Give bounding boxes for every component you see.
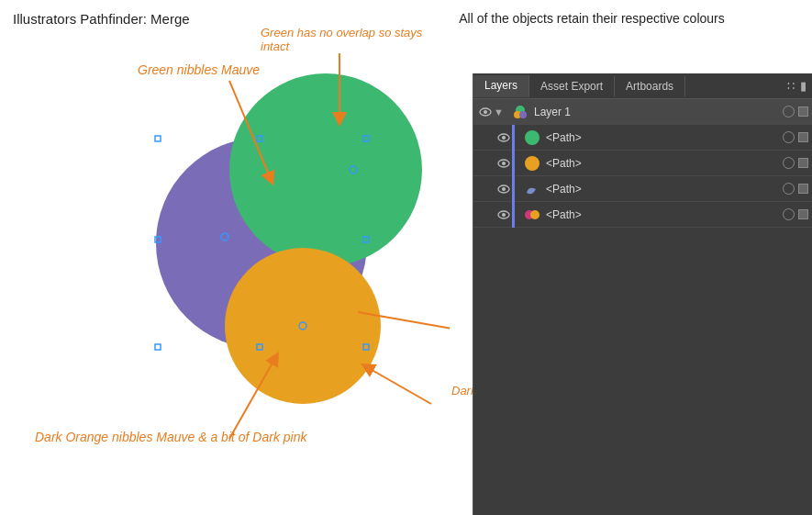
layer1-circle-btn[interactable] <box>783 106 795 118</box>
layer-group-row: ▼ Layer 1 <box>473 99 812 125</box>
svg-point-17 <box>484 110 487 114</box>
path3-square-btn[interactable] <box>798 184 808 194</box>
path1-name: <Path> <box>546 131 783 144</box>
svg-point-32 <box>530 210 539 219</box>
layers-panel: Layers Asset Export Artboards ∷ ▮ ▼ Laye… <box>473 73 812 515</box>
svg-point-25 <box>502 162 506 165</box>
tab-layers[interactable]: Layers <box>473 75 529 97</box>
path4-circle-btn[interactable] <box>783 208 795 220</box>
layer1-expand-icon[interactable]: ▼ <box>494 106 506 118</box>
path2-row: <Path> <box>473 151 812 176</box>
path2-actions <box>783 157 808 169</box>
path3-thumb <box>523 180 541 198</box>
tab-artboards[interactable]: Artboards <box>615 76 685 96</box>
panel-collapse-icon[interactable]: ▮ <box>800 79 806 93</box>
path3-name: <Path> <box>546 183 783 196</box>
subtitle: All of the objects retain their respecti… <box>385 11 798 26</box>
path2-square-btn[interactable] <box>798 158 808 168</box>
path3-indent <box>512 176 515 202</box>
path4-indent <box>512 202 515 228</box>
path1-circle-btn[interactable] <box>783 131 795 143</box>
canvas-area: Illustrators Pathfinder: Merge Green has… <box>0 0 450 515</box>
layer1-visibility-toggle[interactable] <box>477 104 494 120</box>
path1-visibility-toggle[interactable] <box>495 129 512 146</box>
svg-point-23 <box>525 130 539 145</box>
green-circle <box>229 73 422 266</box>
path4-row: <Path> <box>473 202 812 228</box>
path4-name: <Path> <box>546 208 783 221</box>
tab-asset-export[interactable]: Asset Export <box>529 76 615 96</box>
layer1-actions <box>783 106 808 118</box>
panel-tabs: Layers Asset Export Artboards ∷ ▮ <box>473 73 812 99</box>
path4-visibility-toggle[interactable] <box>495 207 512 223</box>
path4-actions <box>783 208 808 220</box>
svg-line-15 <box>367 367 431 404</box>
path4-square-btn[interactable] <box>798 209 808 219</box>
path1-thumb <box>523 129 541 147</box>
page-title: Illustrators Pathfinder: Merge <box>13 11 190 27</box>
layer1-name: Layer 1 <box>534 106 783 118</box>
panel-menu-icon[interactable]: ∷ <box>787 79 795 93</box>
path3-visibility-toggle[interactable] <box>495 181 512 197</box>
path1-square-btn[interactable] <box>798 132 808 142</box>
path2-circle-btn[interactable] <box>783 157 795 169</box>
path2-indent <box>512 151 515 176</box>
path2-visibility-toggle[interactable] <box>495 155 512 172</box>
path2-name: <Path> <box>546 157 783 170</box>
svg-point-22 <box>502 136 506 140</box>
label-dark-orange-nibbles: Dark Orange nibbles Mauve & a bit of Dar… <box>35 430 306 444</box>
svg-point-20 <box>519 111 527 118</box>
path1-actions <box>783 131 808 143</box>
label-green-nibbles: Green nibbles Mauve <box>138 62 260 77</box>
label-green-no-overlap: Green has no overlap so stays intact <box>261 26 450 53</box>
svg-rect-2 <box>155 344 161 350</box>
path3-row: <Path> <box>473 176 812 202</box>
path3-actions <box>783 183 808 195</box>
orange-circle <box>225 248 381 404</box>
layer1-square-btn[interactable] <box>798 106 808 117</box>
path1-indent <box>512 125 515 151</box>
svg-point-30 <box>502 213 506 217</box>
svg-point-26 <box>525 156 539 171</box>
svg-point-28 <box>502 187 506 191</box>
path1-row: <Path> <box>473 125 812 151</box>
layer1-thumb <box>511 103 529 121</box>
path2-thumb <box>523 154 541 173</box>
path3-circle-btn[interactable] <box>783 183 795 195</box>
path4-thumb <box>523 206 541 224</box>
svg-rect-0 <box>155 136 161 141</box>
